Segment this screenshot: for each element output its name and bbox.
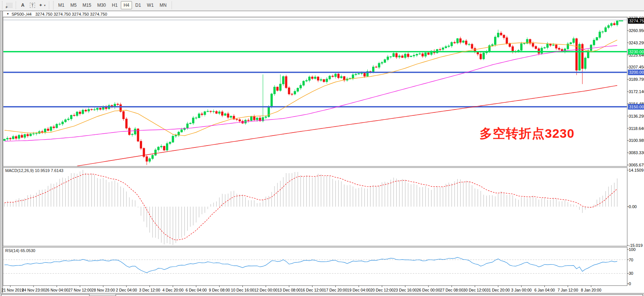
svg-text:2 Dec 04:00: 2 Dec 04:00 — [116, 288, 137, 292]
current-price-badge: 3274.750 — [628, 18, 644, 24]
trading-terminal: F A T ✦ ▾ M1M5M15M30H1H4D1W1MN ▼ SP500-,… — [0, 0, 644, 296]
svg-text:6 Dec 04:00: 6 Dec 04:00 — [186, 288, 207, 292]
svg-text:3189.795: 3189.795 — [629, 77, 644, 82]
rsi-indicator-label: RSI(14) 65.0530 — [5, 248, 35, 253]
svg-text:3 Dec 12:00: 3 Dec 12:00 — [139, 288, 160, 292]
background-window-tab[interactable] — [1, 294, 89, 296]
svg-text:3207.450: 3207.450 — [629, 65, 644, 69]
svg-text:3243.295: 3243.295 — [629, 41, 644, 45]
price-level-badge: 3200.000 — [628, 70, 644, 75]
svg-text:30 Dec 12:00: 30 Dec 12:00 — [463, 288, 487, 292]
background-window-tab[interactable] — [116, 294, 643, 296]
rsi-axis[interactable]: 10070300 — [627, 247, 635, 286]
svg-text:0.00: 0.00 — [629, 204, 637, 209]
svg-text:23 Dec 16:00: 23 Dec 16:00 — [393, 288, 417, 292]
price-level-badge: 3230.000 — [628, 49, 644, 54]
svg-text:12 Dec 00:00: 12 Dec 00:00 — [254, 288, 278, 292]
svg-text:3230.000: 3230.000 — [629, 50, 644, 54]
svg-text:26 Nov 04:00: 26 Nov 04:00 — [45, 288, 69, 292]
chart-plot-area[interactable]: 3278.6053260.9503243.2953225.6403207.450… — [0, 0, 644, 296]
svg-text:0: 0 — [629, 281, 631, 286]
svg-text:19 Dec 04:00: 19 Dec 04:00 — [347, 288, 371, 292]
svg-text:70: 70 — [629, 258, 633, 262]
svg-text:3118.640: 3118.640 — [629, 126, 644, 131]
svg-text:3100.985: 3100.985 — [629, 138, 644, 143]
svg-text:24 Nov 23:00: 24 Nov 23:00 — [22, 288, 45, 292]
svg-text:9 Dec 08:00: 9 Dec 08:00 — [209, 288, 230, 292]
svg-text:16 Dec 12:00: 16 Dec 12:00 — [301, 288, 324, 292]
svg-text:28 Nov 23:00: 28 Nov 23:00 — [92, 288, 115, 292]
svg-text:13 Dec 08:00: 13 Dec 08:00 — [277, 288, 301, 292]
svg-text:3274.750: 3274.750 — [629, 19, 644, 23]
svg-text:10 Dec 16:00: 10 Dec 16:00 — [231, 288, 254, 292]
svg-text:27 Nov 12:00: 27 Nov 12:00 — [68, 288, 92, 292]
macd-axis[interactable]: 14.15090.00-15.019 — [627, 168, 644, 248]
bottom-windows-strip — [0, 293, 644, 296]
svg-text:3200.000: 3200.000 — [629, 70, 644, 74]
svg-text:21 Nov 2019: 21 Nov 2019 — [1, 288, 24, 292]
svg-text:31 Dec 20:00: 31 Dec 20:00 — [487, 288, 510, 292]
time-axis[interactable]: 21 Nov 201924 Nov 23:0026 Nov 04:0027 No… — [1, 286, 601, 292]
svg-text:3083.330: 3083.330 — [629, 150, 644, 155]
svg-text:3 Jan 00:00: 3 Jan 00:00 — [511, 288, 532, 292]
main-panel[interactable] — [3, 17, 627, 166]
svg-text:8 Jan 20:00: 8 Jan 20:00 — [581, 288, 601, 292]
svg-text:4 Dec 20:00: 4 Dec 20:00 — [162, 288, 183, 292]
price-level-badge: 3150.000 — [628, 104, 644, 109]
rsi-panel[interactable] — [3, 247, 627, 286]
svg-text:3136.295: 3136.295 — [629, 114, 644, 118]
svg-text:26 Dec 00:00: 26 Dec 00:00 — [417, 288, 440, 292]
svg-text:6 Jan 04:00: 6 Jan 04:00 — [534, 288, 555, 292]
svg-text:30: 30 — [629, 271, 633, 276]
svg-text:14.1509: 14.1509 — [629, 168, 644, 172]
svg-text:27 Dec 08:00: 27 Dec 08:00 — [440, 288, 464, 292]
svg-text:3065.675: 3065.675 — [629, 163, 644, 167]
svg-text:3260.950: 3260.950 — [629, 28, 644, 33]
svg-text:3150.000: 3150.000 — [629, 105, 644, 109]
svg-text:3172.140: 3172.140 — [629, 89, 644, 94]
svg-text:17 Dec 20:00: 17 Dec 20:00 — [324, 288, 348, 292]
svg-text:20 Dec 12:00: 20 Dec 12:00 — [370, 288, 394, 292]
price-axis[interactable]: 3278.6053260.9503243.2953225.6403207.450… — [627, 16, 644, 167]
svg-text:100: 100 — [629, 247, 635, 252]
chart-text-annotation[interactable]: 多空转折点3230 — [480, 125, 575, 142]
svg-text:7 Jan 12:00: 7 Jan 12:00 — [557, 288, 578, 292]
macd-indicator-label: MACD(12,26,9) 10.9519 7.6143 — [5, 168, 63, 173]
